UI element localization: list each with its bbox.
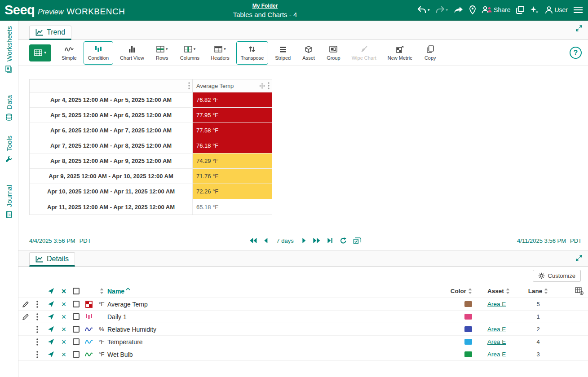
rows-button[interactable]: ▾ Rows <box>151 41 173 65</box>
add-column-icon[interactable] <box>575 287 584 295</box>
row-menu-icon[interactable] <box>36 313 38 320</box>
column-menu-icon[interactable] <box>268 82 270 89</box>
rows-label: Rows <box>156 55 168 61</box>
row-checkbox[interactable] <box>73 338 80 345</box>
undo-caret-icon[interactable]: ▾ <box>428 8 430 12</box>
row-menu-icon[interactable] <box>36 326 38 333</box>
column-header-name[interactable]: Name <box>107 285 441 298</box>
color-swatch[interactable] <box>464 301 472 307</box>
step-to-end-icon[interactable] <box>327 237 333 244</box>
undo-button[interactable]: ▾ <box>417 6 430 13</box>
new-metric-button[interactable]: New Metric <box>383 41 417 65</box>
help-button[interactable]: ? <box>570 47 582 59</box>
column-header-lane[interactable]: Lane <box>522 285 554 298</box>
color-swatch[interactable] <box>464 351 472 357</box>
simple-mode-button[interactable]: Simple <box>57 41 81 65</box>
step-back-double-icon[interactable] <box>249 237 257 244</box>
row-checkbox[interactable] <box>73 326 80 333</box>
select-all-checkbox[interactable] <box>73 288 80 294</box>
columns-button[interactable]: ▾ Columns <box>176 41 204 65</box>
step-forward-icon[interactable] <box>302 237 306 244</box>
remove-icon[interactable]: × <box>62 300 66 308</box>
condition-mode-button[interactable]: Condition <box>84 41 113 65</box>
striped-button[interactable]: Striped <box>270 41 295 65</box>
send-all-icon[interactable] <box>48 288 54 294</box>
headers-button[interactable]: ▾ Headers <box>206 41 234 65</box>
asset-button[interactable]: Asset <box>297 41 320 65</box>
send-icon[interactable] <box>48 313 54 320</box>
asset-link[interactable]: Area E <box>487 351 506 358</box>
remove-icon[interactable]: × <box>62 338 66 346</box>
row-checkbox[interactable] <box>73 301 80 307</box>
lane-value: 5 <box>522 298 554 310</box>
range-start[interactable]: 4/4/2025 3:56 PM PDT <box>29 237 91 244</box>
location-button[interactable] <box>469 5 476 14</box>
move-column-icon[interactable] <box>259 83 265 89</box>
color-swatch[interactable] <box>464 326 472 332</box>
row-checkbox[interactable] <box>73 351 80 358</box>
expand-trend-icon[interactable] <box>575 25 583 32</box>
copy-time-range-icon[interactable] <box>354 237 362 244</box>
table-builder-button[interactable]: ▾ <box>29 44 51 61</box>
row-menu-icon[interactable] <box>36 351 38 358</box>
row-checkbox[interactable] <box>73 313 80 320</box>
breadcrumb[interactable]: My Folder <box>252 3 278 9</box>
color-swatch[interactable] <box>464 314 472 320</box>
customize-button[interactable]: Customize <box>533 270 581 282</box>
sidebar-item-journal[interactable]: Journal <box>0 185 18 218</box>
striped-label: Striped <box>275 55 291 61</box>
row-menu-icon[interactable] <box>36 301 38 308</box>
column-header-color[interactable]: Color <box>441 285 472 298</box>
redo-caret-icon[interactable]: ▾ <box>446 8 448 12</box>
remove-icon[interactable]: × <box>62 351 66 359</box>
color-swatch[interactable] <box>464 339 472 345</box>
range-end[interactable]: 4/11/2025 3:56 PM PDT <box>517 237 582 244</box>
display-range-bar: 4/4/2025 3:56 PM PDT 7 days 4 <box>29 235 582 246</box>
chart-view-button[interactable]: Chart View <box>115 41 149 65</box>
tab-trend[interactable]: Trend <box>29 26 71 40</box>
step-back-icon[interactable] <box>264 237 268 244</box>
broom-icon <box>360 45 367 53</box>
transpose-button[interactable]: Transpose <box>236 41 269 65</box>
asset-link[interactable]: Area E <box>487 301 506 307</box>
refresh-icon[interactable] <box>340 237 347 244</box>
column-header-asset[interactable]: Asset <box>472 285 522 298</box>
range-start-date[interactable]: 4/4/2025 3:56 PM <box>29 237 75 244</box>
remove-icon[interactable]: × <box>62 325 66 333</box>
main-menu-button[interactable] <box>574 7 583 13</box>
column-menu-icon[interactable] <box>188 82 190 89</box>
metric-value-cell: 76.18 °F <box>193 138 272 153</box>
user-menu-button[interactable]: User <box>545 6 568 14</box>
share-label: Share <box>494 6 510 13</box>
wipe-chart-button[interactable]: Wipe Chart <box>347 41 381 65</box>
step-forward-double-icon[interactable] <box>313 237 321 244</box>
tab-details[interactable]: Details <box>29 252 75 267</box>
redo-button[interactable]: ▾ <box>436 6 448 13</box>
send-icon[interactable] <box>48 351 54 358</box>
asset-link[interactable]: Area E <box>487 326 506 333</box>
duration-label[interactable]: 7 days <box>276 237 293 244</box>
sidebar-item-worksheets[interactable]: Worksheets <box>0 26 18 73</box>
table-type-caret-icon: ▾ <box>44 51 46 55</box>
duplicate-worksheet-button[interactable] <box>516 6 524 14</box>
range-end-date[interactable]: 4/11/2025 3:56 PM <box>517 237 566 244</box>
send-icon[interactable] <box>48 326 54 333</box>
share-button[interactable]: Share <box>482 6 510 14</box>
remove-all-icon[interactable]: × <box>62 287 66 295</box>
sidebar-item-tools[interactable]: Tools <box>0 136 18 162</box>
expand-details-icon[interactable] <box>575 254 583 262</box>
asset-link[interactable]: Area E <box>487 338 506 345</box>
remove-icon[interactable]: × <box>62 313 66 321</box>
edit-icon[interactable] <box>22 314 29 320</box>
sidebar-item-data[interactable]: Data <box>0 95 18 121</box>
send-icon[interactable] <box>48 301 54 307</box>
row-menu-icon[interactable] <box>36 338 38 346</box>
send-icon[interactable] <box>48 338 54 345</box>
gears-icon <box>538 272 545 279</box>
copy-button[interactable]: Copy <box>419 41 442 65</box>
group-button[interactable]: Group <box>322 41 345 65</box>
ai-assistant-button[interactable] <box>530 5 539 14</box>
present-mode-button[interactable] <box>454 6 464 13</box>
edit-icon[interactable] <box>22 301 29 307</box>
sort-toggle-icon[interactable] <box>100 288 104 294</box>
